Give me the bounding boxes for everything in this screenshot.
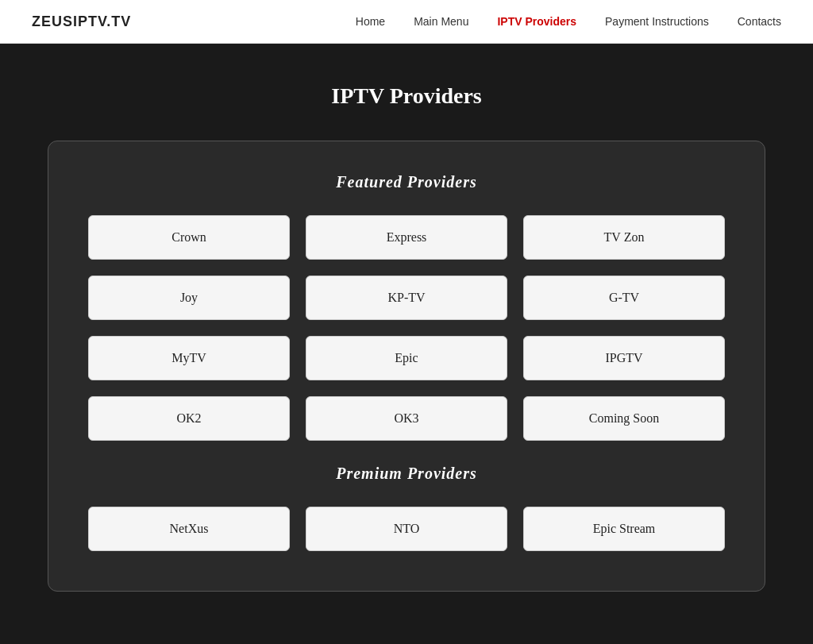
provider-crown[interactable]: Crown [88,215,290,260]
provider-ipgtv[interactable]: IPGTV [523,336,725,380]
main-nav: Home Main Menu IPTV Providers Payment In… [356,15,781,28]
provider-netxus[interactable]: NetXus [88,507,290,551]
provider-joy[interactable]: Joy [88,276,290,320]
provider-tvzon[interactable]: TV Zon [523,215,725,260]
premium-section: Premium Providers NetXus NTO Epic Stream [88,465,725,551]
provider-express[interactable]: Express [306,215,507,260]
provider-epic-stream[interactable]: Epic Stream [523,507,725,551]
nav-main-menu[interactable]: Main Menu [414,15,468,28]
site-header: ZEUSIPTV.TV Home Main Menu IPTV Provider… [0,0,813,44]
featured-section-title: Featured Providers [88,173,725,191]
nav-contacts[interactable]: Contacts [738,15,781,28]
nav-iptv-providers[interactable]: IPTV Providers [497,15,576,28]
providers-container: Featured Providers Crown Express TV Zon … [48,141,765,592]
page-title: IPTV Providers [48,83,765,109]
nav-home[interactable]: Home [356,15,385,28]
premium-providers-grid: NetXus NTO Epic Stream [88,507,725,551]
main-content: IPTV Providers Featured Providers Crown … [0,44,813,631]
provider-nto[interactable]: NTO [306,507,507,551]
featured-providers-grid: Crown Express TV Zon Joy KP-TV G-TV MyTV… [88,215,725,441]
premium-section-title: Premium Providers [88,465,725,483]
provider-ok2[interactable]: OK2 [88,396,290,441]
provider-ok3[interactable]: OK3 [306,396,507,441]
provider-coming-soon[interactable]: Coming Soon [523,396,725,441]
provider-mytv[interactable]: MyTV [88,336,290,380]
provider-epic[interactable]: Epic [306,336,507,380]
nav-payment-instructions[interactable]: Payment Instructions [605,15,709,28]
site-logo: ZEUSIPTV.TV [32,13,131,30]
provider-gtv[interactable]: G-TV [523,276,725,320]
provider-kptv[interactable]: KP-TV [306,276,507,320]
